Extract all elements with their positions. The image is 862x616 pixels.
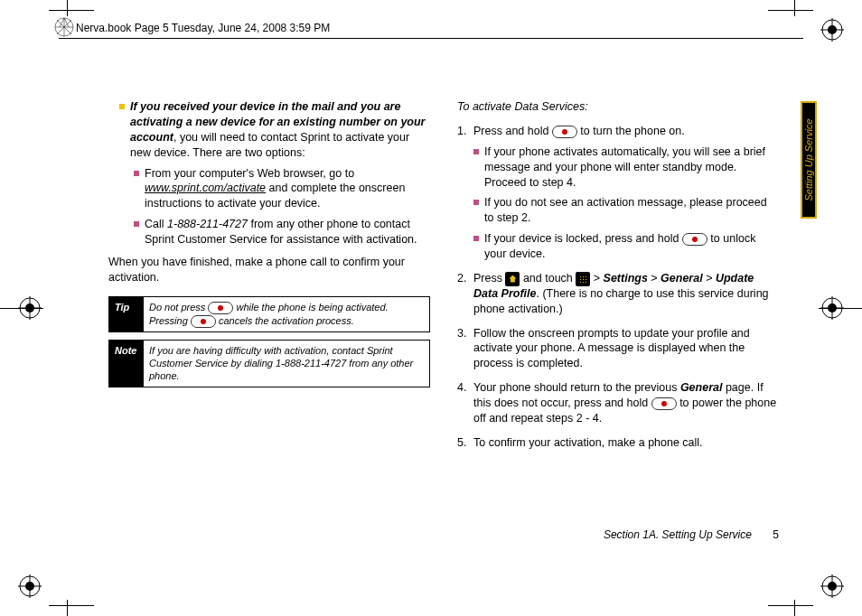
step-item: To confirm your activation, make a phone… bbox=[457, 435, 779, 451]
step-item: Press and hold to turn the phone on. If … bbox=[457, 124, 779, 262]
step-text: > bbox=[703, 272, 716, 285]
home-button-icon bbox=[505, 272, 520, 286]
registration-mark-icon bbox=[820, 574, 844, 598]
list-item: If your device is locked, press and hold… bbox=[473, 231, 779, 262]
note-label: Note bbox=[109, 341, 144, 387]
crop-mark bbox=[794, 600, 795, 616]
support-phone: 1-888-211-4727 bbox=[167, 218, 248, 230]
registration-mark-icon bbox=[820, 18, 844, 42]
bullet-icon bbox=[473, 149, 479, 154]
framemaker-book-icon bbox=[54, 17, 74, 37]
note-content: If you are having difficulty with activa… bbox=[144, 341, 429, 387]
power-button-icon bbox=[552, 126, 577, 138]
crop-mark bbox=[819, 308, 862, 309]
svg-line-25 bbox=[60, 18, 64, 27]
step-item: Follow the onscreen prompts to update yo… bbox=[457, 326, 779, 372]
power-button-icon bbox=[191, 315, 216, 328]
sub-text: If your device is locked, press and hold… bbox=[484, 231, 779, 262]
registration-mark-icon bbox=[18, 574, 42, 598]
tip-content: Do not press while the phone is being ac… bbox=[144, 297, 429, 331]
page-footer: Section 1A. Setting Up Service 5 bbox=[604, 527, 779, 542]
bullet-icon bbox=[119, 104, 125, 109]
left-column: If you received your device in the mail … bbox=[108, 99, 430, 569]
step-item: Press and touch > Settings > General > U… bbox=[457, 271, 779, 317]
bullet-icon bbox=[473, 200, 479, 205]
list-item: From your computer's Web browser, go to … bbox=[134, 166, 430, 212]
activate-url: www.sprint.com/activate bbox=[145, 182, 266, 194]
footer-page-number: 5 bbox=[773, 528, 779, 541]
section-header: To activate Data Services: bbox=[457, 99, 779, 115]
power-button-icon bbox=[682, 233, 707, 246]
step-item: Your phone should return to the previous… bbox=[457, 380, 779, 426]
step-text: to turn the phone on. bbox=[577, 125, 685, 137]
apps-grid-icon bbox=[576, 272, 590, 286]
list-item: Call 1-888-211-4727 from any other phone… bbox=[134, 217, 430, 247]
crop-mark bbox=[67, 0, 68, 16]
sub1-lead: From your computer's Web browser, go to bbox=[145, 167, 354, 180]
svg-line-26 bbox=[64, 18, 69, 27]
header-text: Nerva.book Page 5 Tuesday, June 24, 2008… bbox=[76, 22, 330, 34]
sub-text: If you do not see an activation message,… bbox=[484, 195, 779, 226]
crop-mark bbox=[49, 10, 94, 11]
section-tab: Setting Up Service bbox=[801, 101, 817, 219]
tip-label: Tip bbox=[109, 297, 144, 331]
bullet-icon bbox=[134, 171, 139, 176]
list-item: If you received your device in the mail … bbox=[119, 99, 430, 161]
list-item: If your phone activates automatically, y… bbox=[473, 145, 779, 191]
crop-mark bbox=[768, 605, 813, 606]
list-item: If you do not see an activation message,… bbox=[473, 195, 779, 226]
page-content: If you received your device in the mail … bbox=[108, 99, 779, 569]
section-tab-label: Setting Up Service bbox=[803, 118, 814, 201]
tip-box: Tip Do not press while the phone is bein… bbox=[108, 296, 430, 332]
note-box: Note If you are having difficulty with a… bbox=[108, 340, 430, 387]
tip-text: Do not press bbox=[149, 302, 208, 313]
step-text: Your phone should return to the previous bbox=[473, 381, 680, 394]
power-button-icon bbox=[651, 397, 677, 410]
crop-mark bbox=[67, 600, 68, 616]
crop-mark bbox=[0, 308, 43, 309]
steps-list: Press and hold to turn the phone on. If … bbox=[457, 124, 779, 451]
footer-section: Section 1A. Setting Up Service bbox=[604, 528, 752, 541]
step-text: > bbox=[590, 272, 603, 285]
sub2-lead: Call bbox=[145, 218, 167, 230]
finish-paragraph: When you have finished, make a phone cal… bbox=[108, 255, 430, 285]
menu-path: Settings bbox=[604, 272, 648, 285]
step-text: > bbox=[648, 272, 661, 285]
step-text: Press bbox=[473, 272, 505, 285]
crop-mark bbox=[49, 605, 94, 606]
tip-text: cancels the activation process. bbox=[216, 315, 354, 326]
crop-mark bbox=[768, 10, 813, 11]
menu-path: General bbox=[680, 381, 723, 394]
bullet-icon bbox=[134, 221, 139, 227]
sub-text: If your phone activates automatically, y… bbox=[484, 145, 779, 191]
step-text: and touch bbox=[520, 272, 576, 285]
right-column: To activate Data Services: Press and hol… bbox=[457, 99, 779, 569]
bullet-icon bbox=[473, 236, 479, 241]
power-button-icon bbox=[208, 302, 233, 314]
step-text: Press and hold bbox=[473, 125, 552, 137]
header-rule bbox=[59, 38, 803, 39]
crop-mark bbox=[794, 0, 795, 16]
menu-path: General bbox=[661, 272, 703, 285]
sub-text-part: If your device is locked, press and hold bbox=[484, 232, 682, 245]
